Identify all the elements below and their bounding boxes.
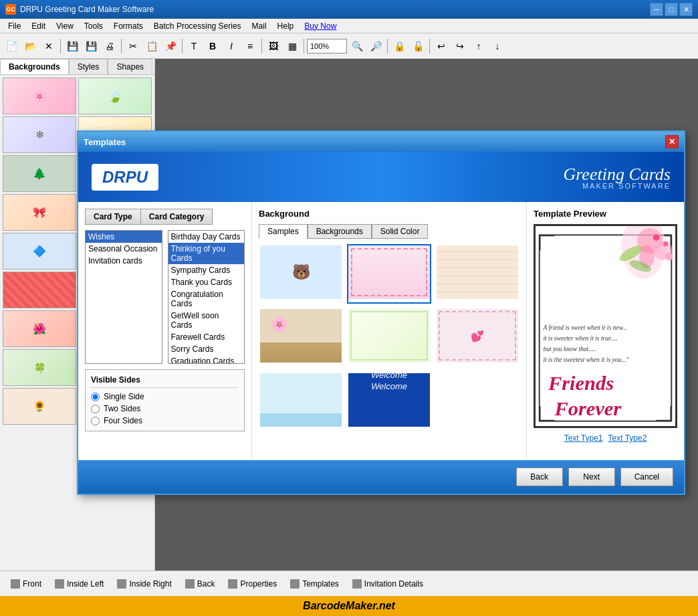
text-type-2-link[interactable]: Text Type2 <box>608 433 647 443</box>
menu-view[interactable]: View <box>51 20 79 32</box>
tab-inside-left[interactable]: Inside Left <box>49 577 109 591</box>
banner-logo: DRPU <box>92 164 158 191</box>
unlock-button[interactable]: 🔓 <box>409 37 427 55</box>
category-getwell[interactable]: GetWell soon Cards <box>168 310 245 331</box>
minimize-button[interactable]: ─ <box>650 3 663 16</box>
tab-back[interactable]: Back <box>180 577 221 591</box>
bg-item-8[interactable]: WelcomeWelcomeWelcome <box>347 372 431 431</box>
card-category-header[interactable]: Card Category <box>140 209 213 225</box>
text-button[interactable]: T <box>185 37 203 55</box>
maximize-button[interactable]: □ <box>665 3 678 16</box>
new-button[interactable]: 📄 <box>3 37 20 55</box>
open-button[interactable]: 📂 <box>21 37 39 55</box>
thumb-7[interactable]: 🎀 <box>3 194 76 231</box>
thumb-11[interactable] <box>3 272 76 308</box>
tab-templates[interactable]: Templates <box>285 577 344 591</box>
thumb-17[interactable]: 🌻 <box>3 388 76 425</box>
back-button[interactable]: Back <box>516 468 563 486</box>
svg-point-9 <box>663 241 669 247</box>
tab-front[interactable]: Front <box>5 577 47 591</box>
bg-item-4[interactable]: 🌸 <box>259 308 343 367</box>
up-button[interactable]: ↑ <box>470 37 487 55</box>
close-doc-button[interactable]: ✕ <box>40 37 57 55</box>
menu-help[interactable]: Help <box>272 20 300 32</box>
image-button[interactable]: 🖼 <box>265 37 282 55</box>
save-as-button[interactable]: 💾 <box>82 37 100 55</box>
radio-four-input[interactable] <box>91 417 100 425</box>
tab-styles[interactable]: Styles <box>69 59 108 74</box>
card-type-seasonal[interactable]: Seasonal Occasion <box>86 243 162 255</box>
save-button[interactable]: 💾 <box>64 37 81 55</box>
preview-title: Template Preview <box>534 209 677 219</box>
tab-properties[interactable]: Properties <box>223 577 282 591</box>
menu-buynow[interactable]: Buy Now <box>299 20 342 32</box>
menu-batch[interactable]: Batch Processing Series <box>148 20 247 32</box>
card-type-list[interactable]: Wishes Seasonal Occasion Invitation card… <box>85 230 162 364</box>
radio-two[interactable]: Two Sides <box>91 404 239 413</box>
category-thankyou[interactable]: Thank you Cards <box>168 276 245 288</box>
thumb-9[interactable]: 🔷 <box>3 233 76 270</box>
close-button[interactable]: ✕ <box>679 3 693 16</box>
category-graduation[interactable]: Graduation Cards <box>168 355 245 364</box>
category-thinking[interactable]: Thinking of you Cards <box>168 243 245 264</box>
dialog-titlebar: Templates ✕ <box>78 132 684 152</box>
barcode-button[interactable]: ▦ <box>283 37 301 55</box>
menu-tools[interactable]: Tools <box>79 20 108 32</box>
italic-button[interactable]: I <box>223 37 240 55</box>
category-congratulation[interactable]: Congratulation Cards <box>168 288 245 310</box>
bg-item-2[interactable] <box>347 244 431 304</box>
tab-shapes[interactable]: Shapes <box>108 59 152 74</box>
bg-item-7[interactable] <box>259 372 343 431</box>
tab-invitation-details[interactable]: Invitation Details <box>347 577 429 591</box>
thumb-1[interactable]: 🌸 <box>3 78 76 114</box>
zoom-out-button[interactable]: 🔎 <box>367 37 384 55</box>
thumb-2[interactable]: 🍃 <box>78 78 152 114</box>
thumb-5[interactable]: 🌲 <box>3 155 76 192</box>
category-sympathy[interactable]: Sympathy Cards <box>168 264 245 276</box>
bg-item-5[interactable] <box>347 308 431 367</box>
bg-tab-solidcolor[interactable]: Solid Color <box>372 224 429 239</box>
radio-single[interactable]: Single Side <box>91 392 239 401</box>
category-sorry[interactable]: Sorry Cards <box>168 343 245 355</box>
card-type-header[interactable]: Card Type <box>85 209 140 225</box>
bg-tab-backgrounds[interactable]: Backgrounds <box>308 224 372 239</box>
print-button[interactable]: 🖨 <box>101 37 118 55</box>
bg-item-1[interactable] <box>259 244 343 304</box>
menu-mail[interactable]: Mail <box>247 20 272 32</box>
radio-single-input[interactable] <box>91 393 100 401</box>
menu-edit[interactable]: Edit <box>26 20 51 32</box>
redo-button[interactable]: ↪ <box>451 37 469 55</box>
paste-button[interactable]: 📌 <box>162 37 179 55</box>
category-farewell[interactable]: Farewell Cards <box>168 331 245 343</box>
bg-item-3[interactable] <box>435 244 519 304</box>
next-button[interactable]: Next <box>568 468 615 486</box>
dialog-close-button[interactable]: ✕ <box>665 135 679 148</box>
zoom-input[interactable] <box>307 39 347 54</box>
lock-button[interactable]: 🔒 <box>390 37 408 55</box>
down-button[interactable]: ↓ <box>489 37 506 55</box>
radio-two-input[interactable] <box>91 405 100 413</box>
thumb-15[interactable]: 🍀 <box>3 349 76 386</box>
undo-button[interactable]: ↩ <box>433 37 450 55</box>
text-type-1-link[interactable]: Text Type1 <box>564 433 603 443</box>
radio-four[interactable]: Four Sides <box>91 416 239 425</box>
cancel-button[interactable]: Cancel <box>620 468 673 486</box>
copy-button[interactable]: 📋 <box>143 37 160 55</box>
bg-tab-samples[interactable]: Samples <box>259 224 308 239</box>
tab-inside-right[interactable]: Inside Right <box>112 577 177 591</box>
bg-item-6[interactable]: 💕 <box>435 308 519 367</box>
card-category-list[interactable]: Birthday Day Cards Thinking of you Cards… <box>168 230 245 364</box>
tab-backgrounds[interactable]: Backgrounds <box>0 59 69 74</box>
separator-5 <box>304 39 304 54</box>
card-type-invitation[interactable]: Invitation cards <box>86 255 162 267</box>
cut-button[interactable]: ✂ <box>124 37 142 55</box>
card-type-wishes[interactable]: Wishes <box>86 231 162 243</box>
thumb-13[interactable]: 🌺 <box>3 310 76 347</box>
category-birthday[interactable]: Birthday Day Cards <box>168 231 245 243</box>
zoom-in-button[interactable]: 🔍 <box>348 37 366 55</box>
menu-file[interactable]: File <box>3 20 26 32</box>
thumb-3[interactable]: ❄ <box>3 116 76 153</box>
align-button[interactable]: ≡ <box>241 37 259 55</box>
bold-button[interactable]: B <box>204 37 221 55</box>
menu-formats[interactable]: Formats <box>108 20 148 32</box>
